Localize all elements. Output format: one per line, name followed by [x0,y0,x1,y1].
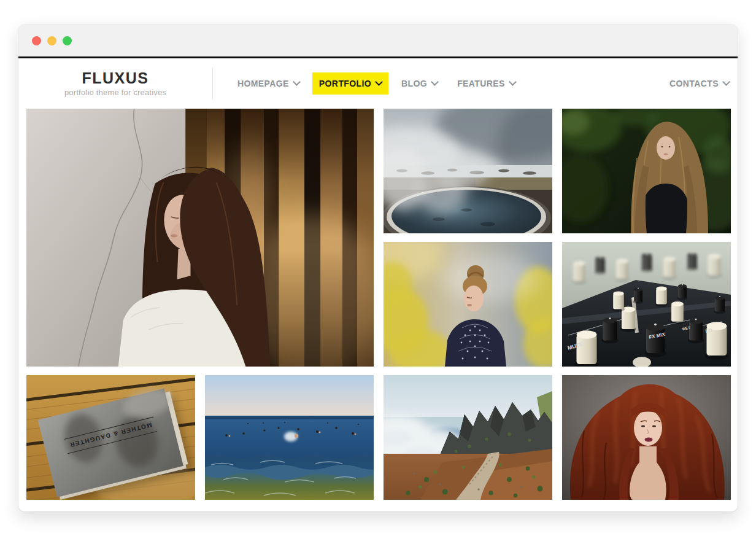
browser-titlebar [18,25,738,58]
logo-block[interactable]: FLUXUS portfolio theme for creatives [18,70,212,97]
nav-item-contacts[interactable]: CONTACTS [663,72,736,95]
minimize-button[interactable] [47,36,56,45]
photo-portrait-curtain [26,109,374,367]
nav-item-homepage[interactable]: HOMEPAGE [231,72,306,95]
nav-item-features-label: FEATURES [457,79,505,88]
gallery-item-girl-yellow-flowers[interactable] [384,242,552,367]
site-header: FLUXUS portfolio theme for creatives HOM… [18,58,738,109]
portfolio-grid: MUTE FX MIX WET LO [18,109,738,510]
header-divider [212,68,213,99]
photo-redhead-portrait [562,375,731,500]
gallery-item-mountain-above-clouds[interactable] [384,375,552,500]
gallery-item-girl-in-forest[interactable] [562,109,731,233]
nav-item-homepage-label: HOMEPAGE [237,79,289,88]
chevron-down-icon [509,78,517,86]
browser-window: FLUXUS portfolio theme for creatives HOM… [18,25,738,511]
gallery-item-portrait-girl-curtain[interactable] [26,109,374,367]
gallery-item-redhead-portrait[interactable] [562,375,731,500]
chevron-down-icon [722,78,730,86]
photo-sea-swimmers [205,375,374,500]
photo-book-on-table: MOTHER & DAUGHTER [26,375,195,500]
site-tagline: portfolio theme for creatives [64,88,166,97]
photo-girl-yellow-flowers [384,242,552,367]
chevron-down-icon [293,78,301,86]
chevron-down-icon [431,78,439,86]
nav-item-portfolio-label: PORTFOLIO [319,79,371,88]
main-nav: HOMEPAGE PORTFOLIO BLOG FEATURES [228,72,525,95]
close-button[interactable] [32,36,41,45]
photo-geothermal-crater [384,109,552,233]
gallery-item-sea-swimmers[interactable] [205,375,374,500]
site-logo[interactable]: FLUXUS [82,70,149,86]
nav-item-blog[interactable]: BLOG [395,72,444,95]
photo-mountain-above-clouds [384,375,552,500]
gallery-item-book-on-table[interactable]: MOTHER & DAUGHTER [26,375,195,500]
chevron-down-icon [375,78,383,86]
mixer-label-lo: LO [705,327,712,334]
gallery-item-geothermal-crater[interactable] [384,109,552,233]
nav-item-contacts-label: CONTACTS [669,79,719,88]
nav-item-portfolio[interactable]: PORTFOLIO [312,72,388,95]
photo-audio-mixer: MUTE FX MIX WET LO [562,242,731,367]
nav-item-blog-label: BLOG [401,79,427,88]
photo-girl-in-forest [562,109,731,233]
nav-item-features[interactable]: FEATURES [450,72,522,95]
gallery-item-audio-mixer[interactable]: MUTE FX MIX WET LO [562,242,731,367]
zoom-button[interactable] [63,36,72,45]
